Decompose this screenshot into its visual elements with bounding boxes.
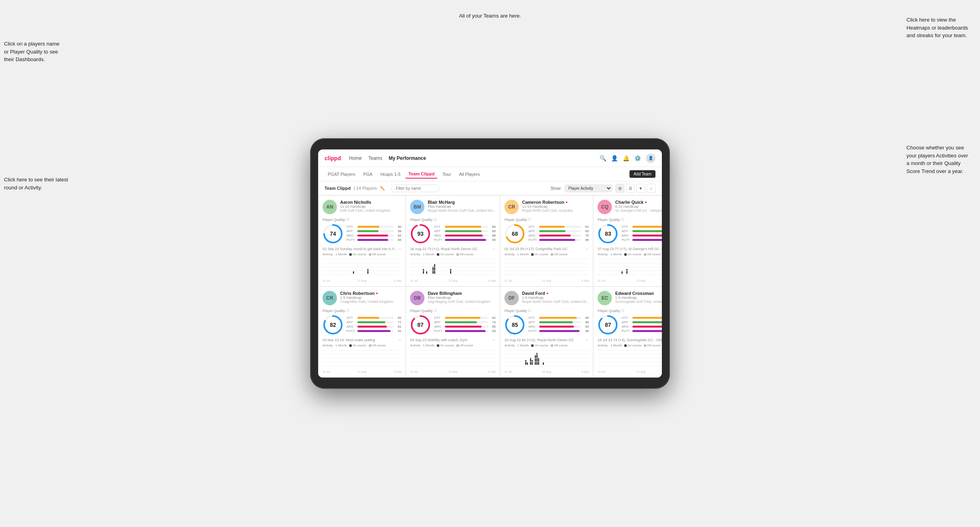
- stat-row: ARG 85: [434, 325, 496, 328]
- player-info: Dave Billingham Plus Handicap Sag Maging…: [428, 291, 496, 304]
- ring-gauge[interactable]: 93: [410, 223, 431, 244]
- sort-button[interactable]: ↕: [647, 184, 655, 193]
- player-name[interactable]: Chris Robertson: [340, 291, 374, 296]
- tab-tour[interactable]: Tour: [439, 170, 454, 178]
- legend-on: On course: [437, 344, 454, 347]
- stat-row: OTT 61: [528, 225, 589, 229]
- player-name[interactable]: David Ford: [522, 291, 545, 296]
- ring-gauge[interactable]: 87: [410, 314, 431, 335]
- bell-icon[interactable]: 🔔: [623, 155, 629, 161]
- ring-gauge[interactable]: 74: [323, 223, 343, 244]
- legend-on: On course: [349, 253, 367, 256]
- filter-button[interactable]: ▼: [636, 184, 645, 193]
- latest-activity-arrow: →: [585, 338, 589, 342]
- settings-icon[interactable]: ⚙️: [634, 155, 641, 161]
- latest-activity[interactable]: 26 Aug 23 73 (+1), Royal North Devon GC …: [410, 247, 496, 251]
- stats-list: OTT 77 APP 80 ARG 83 PUTT 86: [621, 225, 662, 243]
- player-info: Chris Robertson ● 1-5 Handicap Craigmill…: [340, 291, 401, 304]
- stat-row: APP 58: [347, 229, 401, 233]
- nav-teams[interactable]: Teams: [368, 155, 382, 162]
- player-card[interactable]: DB Dave Billingham Plus Handicap Sag Mag…: [406, 286, 500, 378]
- ring-gauge[interactable]: 82: [323, 314, 343, 335]
- player-name[interactable]: Charlie Quick: [615, 200, 643, 205]
- nav-bar: clippd Home Teams My Performance 🔍 👤 🔔 ⚙…: [318, 149, 662, 167]
- player-card[interactable]: CR Chris Robertson ● 1-5 Handicap Craigm…: [318, 286, 406, 378]
- tab-pga[interactable]: PGA: [360, 170, 376, 178]
- latest-activity[interactable]: 07 Aug 23 77 (+7), St George's Hill GC -…: [598, 247, 662, 251]
- latest-activity[interactable]: 02 Jul 23 59 (+17), Craigmillar Park GC …: [504, 247, 589, 251]
- grid-view-button[interactable]: ⊞: [615, 184, 624, 193]
- player-name[interactable]: Edward Crossman: [615, 291, 654, 296]
- quality-label: Player Quality ⓘ: [504, 217, 589, 222]
- chart-section: Activity · 1 Month On course Off course …: [598, 344, 662, 373]
- nav-icons: 🔍 👤 🔔 ⚙️ 👤: [600, 153, 655, 163]
- chart-axis-labels: 31 Jul 21 Aug 4 Sep: [410, 370, 496, 373]
- quality-label: Player Quality ⓘ: [598, 217, 662, 222]
- ring-gauge[interactable]: 83: [598, 223, 618, 244]
- edit-icon[interactable]: ✏️: [380, 186, 385, 191]
- chart-legend: On course Off course: [624, 344, 661, 347]
- player-card[interactable]: AN Aaron Nicholls 11-15 Handicap Drift G…: [318, 195, 406, 286]
- player-card[interactable]: BM Blair McHarg Plus Handicap Royal Nort…: [406, 195, 500, 286]
- tab-hcaps[interactable]: Hcaps 1-5: [377, 170, 404, 178]
- player-info: Aaron Nicholls 11-15 Handicap Drift Golf…: [340, 200, 401, 213]
- avatar[interactable]: 👤: [646, 153, 655, 163]
- player-card[interactable]: DF David Ford ● 1-5 Handicap Royal North…: [500, 286, 593, 378]
- ring-gauge[interactable]: 85: [504, 314, 525, 335]
- player-name[interactable]: Cameron Robertson: [522, 200, 564, 205]
- add-team-button[interactable]: Add Team: [629, 170, 655, 178]
- chart-section: Activity · 1 Month On course Off course …: [323, 253, 401, 282]
- chart-label: Activity · 1 Month On course Off course: [410, 344, 496, 347]
- ring-score: 74: [330, 231, 336, 237]
- player-club: Royal North Devon Golf Club, United Kin.…: [428, 209, 496, 213]
- search-icon[interactable]: 🔍: [600, 155, 606, 161]
- latest-activity[interactable]: 26 Aug 23 84 (+12), Royal North Devon GC…: [504, 338, 589, 342]
- stat-row: PUTT 85: [347, 238, 401, 242]
- profile-icon[interactable]: 👤: [611, 155, 618, 161]
- chart-legend: On course Off course: [531, 253, 568, 256]
- player-header: AN Aaron Nicholls 11-15 Handicap Drift G…: [323, 200, 401, 214]
- quality-row: 87 OTT 82 APP 74 ARG 85 PUTT: [410, 314, 496, 335]
- player-card[interactable]: CR Cameron Robertson ● 11-15 Handicap Ro…: [500, 195, 593, 286]
- quality-row: 83 OTT 77 APP 80 ARG 83 PUTT: [598, 223, 662, 244]
- latest-activity[interactable]: 02 Sep 23 Sunday round to get back into …: [323, 247, 401, 251]
- latest-activity[interactable]: 18 Jul 23 74 (+4), Sunningdale GC - Old …: [598, 338, 662, 342]
- stat-row: OTT 84: [434, 225, 496, 229]
- nav-links: Home Teams My Performance: [349, 155, 600, 162]
- chart-label: Activity · 1 Month On course Off course: [598, 253, 662, 256]
- tab-all-players[interactable]: All Players: [456, 170, 483, 178]
- show-select[interactable]: Player Activity Quality Score Trend: [565, 185, 612, 192]
- quality-row: 93 OTT 84 APP 85 ARG 88 PUTT: [410, 223, 496, 244]
- stat-row: OTT 89: [528, 316, 589, 320]
- verified-icon: ●: [645, 200, 647, 204]
- tab-team-clippd[interactable]: Team Clippd: [405, 170, 438, 179]
- legend-off: Off course: [644, 344, 661, 347]
- nav-home[interactable]: Home: [349, 155, 362, 162]
- mini-chart: [504, 348, 589, 370]
- stat-row: ARG 83: [528, 325, 589, 328]
- chart-label: Activity · 1 Month On course Off course: [504, 253, 589, 256]
- search-input[interactable]: [391, 185, 439, 192]
- latest-activity-text: 02 Jul 23 59 (+17), Craigmillar Park GC: [504, 247, 585, 251]
- player-card[interactable]: EC Edward Crossman 1-5 Handicap Sunningd…: [593, 286, 662, 378]
- nav-my-performance[interactable]: My Performance: [389, 155, 426, 162]
- player-name[interactable]: Blair McHarg: [428, 200, 455, 205]
- stat-row: ARG 81: [347, 325, 401, 328]
- latest-activity[interactable]: 04 Sep 23 Mobility with coach, Gym →: [410, 338, 496, 342]
- ipad-frame: clippd Home Teams My Performance 🔍 👤 🔔 ⚙…: [310, 138, 670, 389]
- player-card[interactable]: CQ Charlie Quick ● 6-10 Handicap St. Geo…: [593, 195, 662, 286]
- mini-chart: [410, 257, 496, 279]
- stats-list: OTT 82 APP 74 ARG 85 PUTT 94: [434, 316, 496, 334]
- quality-label: Player Quality ⓘ: [598, 308, 662, 313]
- latest-activity[interactable]: 03 Mar 23 19; Must make putting →: [323, 338, 401, 342]
- quality-label: Player Quality ⓘ: [410, 308, 496, 313]
- legend-on: On course: [531, 344, 548, 347]
- player-name[interactable]: Aaron Nicholls: [340, 200, 371, 205]
- ring-score: 87: [605, 322, 611, 328]
- ring-gauge[interactable]: 87: [598, 314, 618, 335]
- tab-pgat-players[interactable]: PGAT Players: [325, 170, 359, 178]
- player-name[interactable]: Dave Billingham: [428, 291, 462, 296]
- ring-score: 83: [605, 231, 611, 237]
- list-view-button[interactable]: ☰: [626, 184, 635, 193]
- ring-gauge[interactable]: 68: [504, 223, 525, 244]
